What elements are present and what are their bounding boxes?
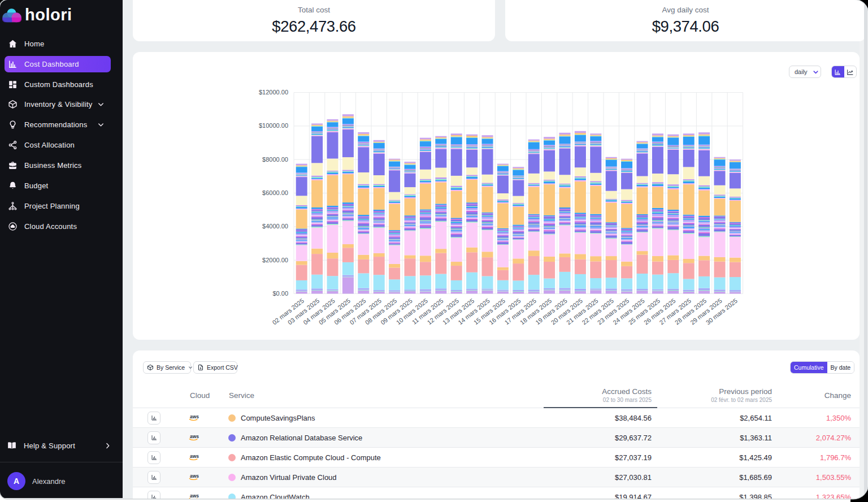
svg-text:$2000.00: $2000.00	[262, 257, 288, 263]
svg-text:aws: aws	[190, 414, 199, 419]
svg-text:$0.00: $0.00	[272, 290, 288, 297]
svg-text:$10000.00: $10000.00	[259, 122, 288, 129]
svg-text:$8000.00: $8000.00	[262, 156, 288, 163]
svg-text:aws: aws	[190, 453, 199, 459]
svg-text:$12000.00: $12000.00	[259, 89, 288, 96]
svg-text:$4000.00: $4000.00	[262, 223, 288, 230]
svg-text:aws: aws	[190, 473, 199, 479]
svg-text:aws: aws	[190, 434, 199, 439]
svg-text:aws: aws	[190, 493, 199, 499]
svg-text:$6000.00: $6000.00	[262, 189, 288, 196]
